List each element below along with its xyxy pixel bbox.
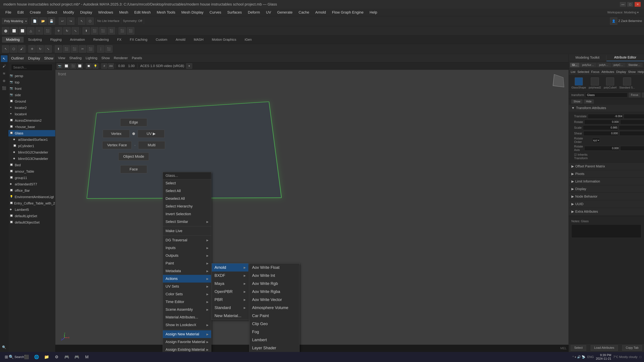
tab-rendering[interactable]: Rendering [89, 37, 113, 42]
menu-cache[interactable]: Cache [296, 9, 312, 15]
move-tool-icon[interactable]: ✛ [28, 45, 36, 53]
cone-icon[interactable]: △ [27, 27, 34, 34]
shear-x[interactable] [584, 131, 619, 136]
taskbar-game[interactable]: 🎮 [63, 353, 70, 361]
ctx-sub-pbr[interactable]: PBR ▶ [212, 296, 248, 304]
redo-icon[interactable]: ↪ [67, 17, 74, 25]
modeling-dropdown[interactable]: Poly Modeling [2, 18, 28, 24]
vp-aces-dropdown[interactable]: ▾ [186, 63, 192, 69]
menu-generate[interactable]: Generate [274, 9, 295, 15]
rotate-order-select[interactable]: xyz [592, 138, 600, 143]
tab-animation[interactable]: Animation [66, 37, 89, 42]
loop-cut-icon[interactable]: ⬛ [118, 27, 126, 34]
tree-item-ai7[interactable]: ◆ aiStandardST7 [8, 181, 55, 187]
ctx-arnold-clipgeo[interactable]: Clip Geo [250, 320, 299, 328]
ctx-sub-arnold[interactable]: Arnold ▶ [212, 264, 248, 272]
cube-icon[interactable]: ⬜ [10, 27, 18, 34]
tab-modeling[interactable]: Modeling [2, 37, 24, 42]
tree-item-top[interactable]: 📷 top [8, 79, 55, 85]
rotate-x[interactable] [584, 120, 620, 124]
ae-help-btn[interactable]: Help [638, 70, 644, 74]
tree-item-default-light[interactable]: 🔲 defaultLightSet [8, 213, 55, 219]
ctx-arnold-carpaint[interactable]: Car Paint [250, 312, 299, 320]
zoom-icon[interactable]: 🔍 [1, 344, 8, 351]
select-btn[interactable]: Select [571, 345, 586, 351]
menu-modify[interactable]: Modify [60, 9, 77, 15]
tab-custom[interactable]: Custom [152, 37, 172, 42]
outliner-show[interactable]: Show [44, 56, 53, 60]
tab-igen[interactable]: iGen [241, 37, 256, 42]
translate-x[interactable] [588, 114, 623, 119]
ctx-show-lookdev[interactable]: Show In LookdevX ▶ [163, 321, 211, 329]
tree-item-locator4[interactable]: ✦ locator4 [8, 111, 55, 117]
undo-icon[interactable]: ↩ [59, 17, 66, 25]
menu-uv[interactable]: UV [263, 9, 274, 15]
vp-icon-smooth[interactable]: ⬛ [70, 63, 76, 69]
ctx-arnold-aov-vector[interactable]: Aov Write Vector [250, 296, 299, 304]
ae-show-btn[interactable]: Show [628, 70, 636, 74]
menu-arnold[interactable]: Arnold [312, 9, 329, 15]
node-glass-shape[interactable]: GlassShape [572, 77, 586, 89]
scale-x[interactable] [583, 125, 618, 130]
tree-item-default-obj[interactable]: 🔲 defaultObjectSet [8, 219, 55, 226]
maximize-button[interactable]: □ [627, 2, 633, 7]
uuid-header[interactable]: ▶ UUID [569, 200, 644, 208]
menu-mesh[interactable]: Mesh [116, 9, 131, 15]
aces-label[interactable]: ACES 1.0 SDR-video (sRGB) [139, 64, 186, 68]
scale-y[interactable] [619, 125, 644, 130]
tree-item-lambert5[interactable]: ◆ Lambert5 [8, 206, 55, 213]
tree-item-glass[interactable]: 🔲 Glass [8, 130, 55, 136]
rotate-axis-y[interactable] [620, 146, 644, 151]
tree-item-ground[interactable]: 🔲 Ground [8, 98, 55, 105]
taskbar-settings[interactable]: ⚙ [53, 353, 60, 361]
menu-surfaces[interactable]: Surfaces [224, 9, 244, 15]
transform-attrs-header[interactable]: ▼ Transform Attributes [569, 104, 644, 112]
transform-name-input[interactable] [586, 93, 628, 97]
new-file-icon[interactable]: 📄 [31, 17, 38, 25]
ctx-deselect-all[interactable]: Deselect All [163, 195, 211, 202]
scene-area[interactable]: front Edge Vertex UV ▶ Vertex Face · Mul… [55, 70, 570, 352]
menu-edit-mesh[interactable]: Edit Mesh [132, 9, 154, 15]
offset-icon[interactable]: ⬛ [127, 27, 134, 34]
menu-flow-graph[interactable]: Flow Graph Engine [329, 9, 366, 15]
ctx-sub-openpbr[interactable]: OpenPBR ▶ [212, 288, 248, 296]
save-file-icon[interactable]: 💾 [48, 17, 55, 25]
minimize-button[interactable]: — [620, 2, 626, 7]
ctx-assign-existing-mat[interactable]: Assign Existing Material ▶ [163, 346, 211, 352]
show-button[interactable]: Show [572, 99, 582, 104]
ctx-assign-new-mat[interactable]: Assign New Material ▶ [163, 330, 211, 338]
hide-button[interactable]: Hide [584, 99, 594, 104]
tab-sculpting[interactable]: Sculpting [24, 37, 46, 42]
joint-tool-icon[interactable]: ⊕ [1, 77, 8, 84]
ae-tab-glass[interactable]: Glass [570, 63, 580, 67]
vp-menu-show[interactable]: Show [101, 56, 110, 60]
menu-windows[interactable]: Windows [96, 9, 116, 15]
shear-y[interactable] [619, 131, 644, 136]
ctx-arnold-aov-float[interactable]: Aov Write Float [250, 264, 299, 272]
vp-icon-wireframe[interactable]: ⬜ [64, 63, 70, 69]
vp-icon-grid[interactable]: # [101, 63, 107, 69]
tree-item-group11[interactable]: 🔲 group11 [8, 175, 55, 181]
vp-icon-shading-mode[interactable]: 🔲 [86, 63, 92, 69]
tree-item-pcylinder[interactable]: 🔲 pCylinder1 [8, 143, 55, 149]
ctx-uv-sets[interactable]: UV Sets ▶ [163, 283, 211, 290]
vp-menu-renderer[interactable]: Renderer [114, 56, 128, 60]
select-mode-icon[interactable]: ↖ [1, 55, 8, 62]
orientation-cube[interactable] [551, 72, 568, 89]
edge-mode-button[interactable]: Edge [120, 118, 147, 126]
tree-item-ai-standard[interactable]: ◆ aiStandardSurface1 [8, 136, 55, 143]
ctx-scene-assembly[interactable]: Scene Assembly ▶ [163, 306, 211, 313]
ctx-material-attrs[interactable]: Material Attributes... [163, 313, 211, 321]
sphere-icon[interactable]: ⬤ [2, 27, 10, 34]
menu-edit[interactable]: Edit [14, 9, 26, 15]
notes-textarea[interactable] [572, 224, 641, 238]
modeling-toolkit-tab[interactable]: Modeling Toolkit [569, 54, 606, 61]
ctx-sub-maya[interactable]: Maya ▶ [212, 280, 248, 288]
vp-icon-viewport-aa[interactable]: AA [108, 63, 114, 69]
main-viewport[interactable]: View Shading Lighting Show Renderer Pane… [55, 54, 570, 352]
ae-tab-polycube4[interactable]: polyCube4 [612, 63, 626, 67]
mel-input[interactable] [57, 347, 558, 350]
select-tool-icon[interactable]: ↖ [2, 45, 10, 53]
ctx-paint[interactable]: Paint ▶ [163, 259, 211, 267]
vp-menu-panels[interactable]: Panels [132, 56, 142, 60]
